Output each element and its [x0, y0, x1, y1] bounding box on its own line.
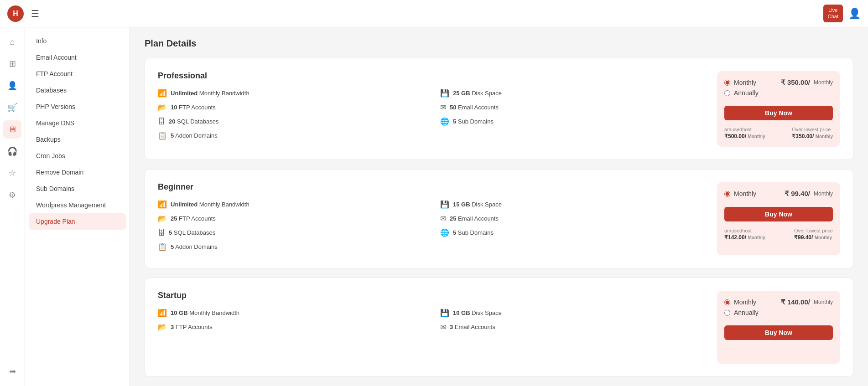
feature-addon-beginner: 📋 5 Addon Domains — [158, 242, 426, 251]
pricing-options-startup: Monthly ₹ 140.00/ Monthly Annually — [724, 298, 833, 316]
disk-icon: 💾 — [440, 89, 449, 98]
disk-icon-startup: 💾 — [440, 309, 449, 317]
email-icon-beginner: ✉ — [440, 214, 446, 223]
price-compare-beginner: amusedhost ₹142.00/ Monthly Over lowest … — [724, 228, 833, 241]
annually-radio-professional[interactable] — [724, 90, 730, 96]
addon-icon-beginner: 📋 — [158, 242, 167, 251]
buy-now-button-beginner[interactable]: Buy Now — [724, 207, 833, 221]
addon-icon: 📋 — [158, 131, 167, 140]
sidebar: Info Email Account FTP Account Databases… — [25, 27, 130, 386]
plan-card-startup: Startup 📶 10 GB Monthly Bandwidth 💾 10 G… — [145, 278, 853, 377]
sidebar-item-remove-domain[interactable]: Remove Domain — [25, 164, 130, 180]
pricing-options-professional: Monthly ₹ 350.00/ Monthly Annually — [724, 78, 833, 97]
price-compare-professional: amusedhost ₹500.00/ Monthly Over lowest … — [724, 127, 833, 139]
disk-icon-beginner: 💾 — [440, 200, 449, 209]
sidebar-item-backups[interactable]: Backups — [25, 131, 130, 148]
wifi-icon: 📶 — [158, 89, 167, 98]
content-area: Plan Details Professional 📶 Unlimited Mo… — [130, 27, 868, 386]
plan-info-professional: Professional 📶 Unlimited Monthly Bandwid… — [158, 71, 708, 140]
email-icon: ✉ — [440, 103, 446, 112]
sidebar-item-databases[interactable]: Databases — [25, 82, 130, 98]
feature-bandwidth: 📶 Unlimited Monthly Bandwidth — [158, 89, 426, 98]
plan-name-professional: Professional — [158, 71, 708, 81]
monthly-radio-beginner[interactable] — [724, 191, 730, 197]
hamburger-button[interactable]: ☰ — [31, 8, 39, 19]
nav-arrow[interactable]: ➡ — [3, 362, 21, 381]
plan-info-beginner: Beginner 📶 Unlimited Monthly Bandwidth 💾… — [158, 182, 708, 251]
pricing-panel-startup: Monthly ₹ 140.00/ Monthly Annually Buy N… — [717, 291, 840, 364]
nav-user[interactable]: 👤 — [3, 77, 21, 95]
feature-ftp-startup: 📂 3 FTP Accounts — [158, 323, 426, 331]
domain-icon-beginner: 🌐 — [440, 228, 449, 237]
nav-home[interactable]: ⌂ — [3, 33, 21, 51]
pricing-options-beginner: Monthly ₹ 99.40/ Monthly — [724, 190, 833, 198]
lowest-price-beginner: Over lowest price ₹99.40/ Monthly — [794, 228, 833, 241]
feature-disk: 💾 25 GB Disk Space — [440, 89, 708, 98]
plan-features-beginner: 📶 Unlimited Monthly Bandwidth 💾 15 GB Di… — [158, 200, 708, 251]
email-icon-startup: ✉ — [440, 323, 446, 331]
nav-cart[interactable]: 🛒 — [3, 98, 21, 117]
feature-ftp-beginner: 📂 25 FTP Accounts — [158, 214, 426, 223]
monthly-option-startup[interactable]: Monthly ₹ 140.00/ Monthly — [724, 298, 833, 306]
sidebar-item-info[interactable]: Info — [25, 33, 130, 49]
user-profile-icon[interactable]: 👤 — [848, 8, 861, 20]
feature-ftp: 📂 10 FTP Accounts — [158, 103, 426, 112]
annually-radio-startup[interactable] — [724, 310, 730, 316]
sidebar-item-sub-domains[interactable]: Sub Domains — [25, 180, 130, 197]
feature-email-beginner: ✉ 25 Email Accounts — [440, 214, 708, 223]
buy-now-button-professional[interactable]: Buy Now — [724, 106, 833, 120]
feature-bandwidth-beginner: 📶 Unlimited Monthly Bandwidth — [158, 200, 426, 209]
sidebar-item-email-account[interactable]: Email Account — [25, 49, 130, 66]
db-icon-beginner: 🗄 — [158, 229, 165, 237]
feature-subdomains-beginner: 🌐 5 Sub Domains — [440, 228, 708, 237]
amusedhost-price-beginner: amusedhost ₹142.00/ Monthly — [724, 228, 765, 241]
feature-email: ✉ 50 Email Accounts — [440, 103, 708, 112]
plan-features-professional: 📶 Unlimited Monthly Bandwidth 💾 25 GB Di… — [158, 89, 708, 140]
feature-sql-beginner: 🗄 5 SQL Databases — [158, 228, 426, 237]
live-chat-button[interactable]: LiveChat — [823, 5, 843, 22]
sidebar-item-ftp-account[interactable]: FTP Account — [25, 66, 130, 82]
ftp-icon-beginner: 📂 — [158, 214, 167, 223]
pricing-panel-professional: Monthly ₹ 350.00/ Monthly Annually Buy N… — [717, 71, 840, 147]
sidebar-item-upgrade-plan[interactable]: Upgrade Plan — [29, 213, 126, 230]
nav-support[interactable]: 🎧 — [3, 142, 21, 160]
wifi-icon-startup: 📶 — [158, 309, 167, 317]
header-right: LiveChat 👤 — [823, 5, 861, 22]
page-title: Plan Details — [145, 38, 853, 49]
db-icon: 🗄 — [158, 118, 165, 126]
annually-option-professional[interactable]: Annually — [724, 89, 833, 97]
header: H ☰ LiveChat 👤 — [0, 0, 868, 27]
buy-now-button-startup[interactable]: Buy Now — [724, 325, 833, 340]
wifi-icon-beginner: 📶 — [158, 200, 167, 209]
plan-info-startup: Startup 📶 10 GB Monthly Bandwidth 💾 10 G… — [158, 291, 708, 331]
feature-sql: 🗄 20 SQL Databases — [158, 117, 426, 126]
feature-subdomains: 🌐 5 Sub Domains — [440, 117, 708, 126]
monthly-radio-startup[interactable] — [724, 299, 730, 305]
monthly-radio-professional[interactable] — [724, 80, 730, 86]
ftp-icon-startup: 📂 — [158, 323, 167, 331]
icon-nav: ⌂ ⊞ 👤 🛒 🖥 🎧 ☆ ⚙ ➡ — [0, 27, 25, 386]
sidebar-item-manage-dns[interactable]: Manage DNS — [25, 115, 130, 131]
sidebar-item-cron-jobs[interactable]: Cron Jobs — [25, 148, 130, 164]
feature-disk-startup: 💾 10 GB Disk Space — [440, 309, 708, 317]
sidebar-item-php-versions[interactable]: PHP Versions — [25, 98, 130, 115]
sidebar-item-wordpress-management[interactable]: Wordpress Management — [25, 197, 130, 213]
monthly-option-beginner[interactable]: Monthly ₹ 99.40/ Monthly — [724, 190, 833, 198]
nav-monitor[interactable]: 🖥 — [3, 120, 21, 139]
plan-card-beginner: Beginner 📶 Unlimited Monthly Bandwidth 💾… — [145, 169, 853, 268]
feature-email-startup: ✉ 3 Email Accounts — [440, 323, 708, 331]
main-layout: ⌂ ⊞ 👤 🛒 🖥 🎧 ☆ ⚙ ➡ Info Email Account FTP… — [0, 27, 868, 386]
lowest-price-professional: Over lowest price ₹350.00/ Monthly — [792, 127, 833, 139]
annually-option-startup[interactable]: Annually — [724, 309, 833, 316]
nav-apps[interactable]: ⊞ — [3, 55, 21, 73]
plan-card-professional: Professional 📶 Unlimited Monthly Bandwid… — [145, 58, 853, 160]
logo[interactable]: H — [7, 5, 24, 22]
nav-star[interactable]: ☆ — [3, 164, 21, 182]
feature-bandwidth-startup: 📶 10 GB Monthly Bandwidth — [158, 309, 426, 317]
feature-addon-domains: 📋 5 Addon Domains — [158, 131, 426, 140]
nav-gear[interactable]: ⚙ — [3, 186, 21, 204]
amusedhost-price-professional: amusedhost ₹500.00/ Monthly — [724, 127, 765, 139]
monthly-option-professional[interactable]: Monthly ₹ 350.00/ Monthly — [724, 78, 833, 87]
ftp-icon: 📂 — [158, 103, 167, 112]
plan-name-beginner: Beginner — [158, 182, 708, 192]
